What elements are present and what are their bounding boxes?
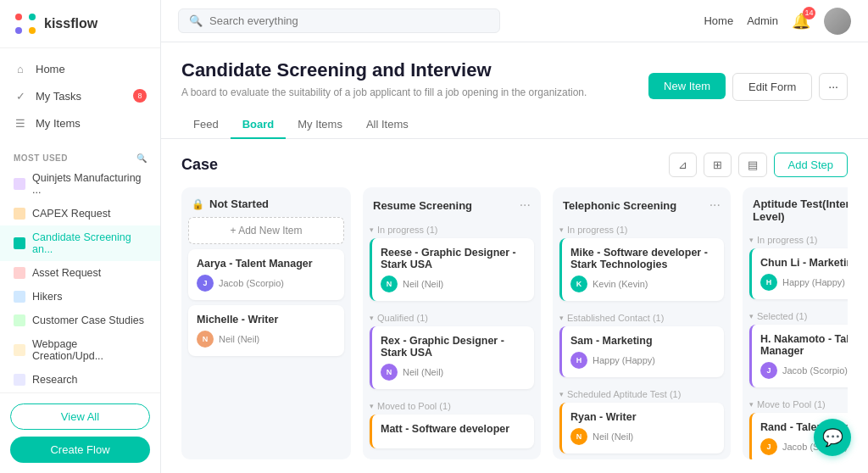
card-rex-user-name: Neil (Neil) [403, 367, 443, 377]
sidebar-item-my-tasks[interactable]: ✓ My Tasks 8 [0, 82, 160, 109]
card-michelle[interactable]: Michelle - Writer N Neil (Neil) [188, 305, 344, 356]
sidebar-nav-home-label: Home [36, 63, 65, 75]
sidebar-item-customer[interactable]: Customer Case Studies [0, 309, 160, 332]
card-mike-name: Mike - Software developer - Stark Techno… [570, 247, 715, 270]
edit-form-button[interactable]: Edit Form [732, 73, 812, 101]
card-aarya-name: Aarya - Talent Manager [197, 258, 336, 270]
filter-icon: ⊿ [678, 159, 687, 171]
card-sam-avatar: H [570, 352, 587, 369]
col-telephonic-header: Telephonic Screening ··· [553, 187, 731, 220]
sidebar-item-webpage[interactable]: Webpage Creation/Upd... [0, 332, 160, 368]
telephonic-established-section: ▾ Established Contact (1) Sam - Marketin… [559, 308, 724, 377]
research-icon [14, 374, 25, 386]
resume-inprogress-section: ▾ In progress (1) Reese - Graphic Design… [370, 220, 534, 301]
svg-point-3 [29, 27, 36, 34]
page-header: Candidate Screening and Interview A boar… [161, 42, 868, 101]
resume-movedpool-section: ▾ Moved to Pool (1) Matt - Software deve… [370, 396, 534, 448]
card-nakamoto-user-name: Jacob (Scorpio) [782, 365, 848, 376]
more-options-button[interactable]: ··· [819, 73, 848, 100]
customer-icon [14, 314, 25, 326]
resume-movedpool-label: ▾ Moved to Pool (1) [370, 396, 534, 415]
tab-all-items[interactable]: All Items [354, 111, 420, 139]
card-sam[interactable]: Sam - Marketing H Happy (Happy) [559, 326, 724, 377]
sidebar-item-my-items[interactable]: ☰ My Items [0, 109, 160, 136]
view-all-button[interactable]: View All [10, 403, 150, 430]
sidebar-item-candidate[interactable]: Candidate Screening an... [0, 225, 160, 261]
card-nakamoto[interactable]: H. Nakamoto - Talent Manager J Jacob (Sc… [749, 325, 848, 387]
add-new-item-button[interactable]: + Add New Item [188, 217, 344, 244]
resume-qualified-label: ▾ Qualified (1) [370, 308, 534, 326]
col-not-started-header: 🔒 Not Started [181, 187, 351, 217]
card-ryan-user: N Neil (Neil) [570, 428, 715, 445]
topnav-home-link[interactable]: Home [704, 14, 733, 27]
new-item-button[interactable]: New Item [648, 73, 726, 99]
card-ryan[interactable]: Ryan - Writer N Neil (Neil) [559, 403, 724, 454]
column-not-started: 🔒 Not Started + Add New Item Aarya - Tal… [181, 187, 351, 459]
sidebar-item-research-label: Research [32, 374, 78, 386]
col-resume-title: Resume Screening [373, 199, 515, 212]
page-header-actions: New Item Edit Form ··· [648, 59, 848, 101]
avatar-image [824, 8, 851, 35]
col-telephonic-menu[interactable]: ··· [709, 198, 721, 213]
card-rex[interactable]: Rex - Graphic Designer - Stark USA N Nei… [370, 326, 534, 389]
table-icon: ▤ [748, 159, 758, 171]
resume-inprogress-label: ▾ In progress (1) [370, 220, 534, 238]
board-area: Case ⊿ ⊞ ▤ Add Step 🔒 Not Started [161, 139, 868, 473]
capex-icon [14, 208, 25, 220]
filter-button[interactable]: ⊿ [669, 153, 697, 177]
search-bar[interactable]: 🔍 [178, 8, 500, 33]
sidebar-item-hikers-label: Hikers [32, 291, 62, 303]
card-rex-user: N Neil (Neil) [381, 364, 526, 381]
topnav: 🔍 Home Admin 🔔 14 [161, 0, 868, 42]
resume-qualified-section: ▾ Qualified (1) Rex - Graphic Designer -… [370, 308, 534, 389]
notification-button[interactable]: 🔔 14 [792, 12, 810, 31]
card-rand-avatar: J [760, 438, 777, 455]
table-view-button[interactable]: ▤ [738, 153, 767, 177]
tab-feed[interactable]: Feed [181, 111, 231, 139]
card-sam-user-name: Happy (Happy) [593, 355, 655, 365]
create-flow-button[interactable]: Create Flow [10, 437, 150, 463]
telephonic-established-label: ▾ Established Contact (1) [559, 308, 724, 326]
search-input[interactable] [209, 14, 489, 27]
sidebar-item-customer-label: Customer Case Studies [32, 314, 144, 326]
aptitude-movepool-label: ▾ Move to Pool (1) [749, 394, 848, 413]
page-title: Candidate Screening and Interview [181, 59, 587, 81]
header-row: Candidate Screening and Interview A boar… [181, 59, 848, 101]
chat-fab-button[interactable]: 💬 [814, 419, 851, 456]
sidebar-item-research[interactable]: Research [0, 368, 160, 392]
card-matt[interactable]: Matt - Software developer [370, 415, 534, 448]
view-toggle-button[interactable]: ⊞ [704, 153, 732, 177]
card-chunli[interactable]: Chun Li - Marketing H Happy (Happy) [749, 248, 848, 299]
page-description: A board to evaluate the suitability of a… [181, 85, 587, 100]
add-step-button[interactable]: Add Step [774, 153, 849, 177]
sidebar-item-quinjets[interactable]: Quinjets Manufacturing ... [0, 166, 160, 202]
telephonic-inprogress-label: ▾ In progress (1) [559, 220, 724, 238]
sidebar-item-hikers[interactable]: Hikers [0, 285, 160, 309]
tasks-icon: ✓ [14, 89, 27, 103]
candidate-icon [14, 237, 25, 249]
tab-my-items[interactable]: My Items [286, 111, 354, 139]
tab-board[interactable]: Board [231, 111, 287, 139]
avatar[interactable] [824, 8, 851, 35]
sidebar-item-asset[interactable]: Asset Request [0, 261, 160, 285]
most-used-list: Quinjets Manufacturing ... CAPEX Request… [0, 166, 160, 392]
col-resume-header: Resume Screening ··· [363, 187, 541, 220]
sidebar-item-home[interactable]: ⌂ Home [0, 55, 160, 82]
card-reese[interactable]: Reese - Graphic Designer - Stark USA N N… [370, 238, 534, 301]
search-icon[interactable]: 🔍 [136, 153, 147, 163]
aptitude-inprogress-label: ▾ In progress (1) [749, 230, 848, 248]
col-resume-menu[interactable]: ··· [520, 198, 531, 213]
page-header-text: Candidate Screening and Interview A boar… [181, 59, 587, 100]
card-aarya-user: J Jacob (Scorpio) [197, 275, 336, 292]
sidebar-item-capex[interactable]: CAPEX Request [0, 202, 160, 225]
card-mike[interactable]: Mike - Software developer - Stark Techno… [559, 238, 724, 301]
card-aarya[interactable]: Aarya - Talent Manager J Jacob (Scorpio) [188, 249, 344, 300]
board-actions: ⊿ ⊞ ▤ Add Step [669, 153, 849, 177]
sidebar-section-label: MOST USED 🔍 [0, 143, 160, 166]
topnav-admin-link[interactable]: Admin [747, 14, 778, 27]
sidebar-item-candidate-label: Candidate Screening an... [32, 231, 147, 255]
card-nakamoto-name: H. Nakamoto - Talent Manager [760, 333, 848, 357]
card-reese-name: Reese - Graphic Designer - Stark USA [381, 247, 526, 270]
board-toolbar: Case ⊿ ⊞ ▤ Add Step [181, 153, 848, 177]
card-rex-avatar: N [381, 364, 398, 381]
